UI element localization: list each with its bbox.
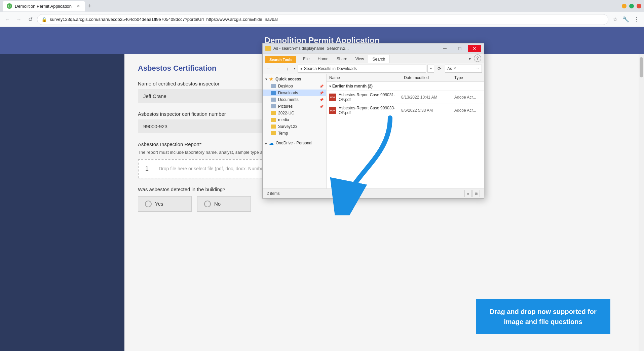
sidebar-item-pictures[interactable]: Pictures 📌 (263, 103, 326, 110)
tab-close-icon[interactable]: ✕ (76, 3, 81, 9)
file-name-1: Asbestos-Report Case 999031-OP.pdf (339, 93, 399, 102)
explorer-close-btn[interactable]: ✕ (468, 45, 481, 52)
sidebar-item-survey123[interactable]: Survey123 (263, 123, 326, 130)
no-label: No (214, 201, 221, 207)
clear-search-icon[interactable]: ✕ (453, 66, 456, 71)
tab-bar: D Demolition Permit Application ✕ + (3, 0, 94, 12)
tab-share[interactable]: Share (333, 55, 351, 63)
window-minimize-btn[interactable] (622, 4, 627, 8)
media-label: media (278, 117, 289, 122)
explorer-title-text: As - search-ms:displayname=Search%2... (273, 46, 437, 51)
tab-file[interactable]: File (299, 55, 313, 63)
bookmark-icon[interactable]: ☆ (610, 15, 620, 24)
refresh-path-btn[interactable]: ⟳ (435, 65, 444, 73)
tab-title: Demolition Permit Application (15, 4, 72, 9)
documents-pin-icon: 📌 (319, 98, 324, 102)
extensions-icon[interactable]: 🔧 (621, 15, 631, 24)
file-row-1[interactable]: PDF Asbestos-Report Case 999031-OP.pdf 8… (327, 91, 484, 104)
media-folder-icon (271, 118, 276, 122)
documents-folder-icon (271, 98, 276, 102)
quick-access-star-icon: ★ (269, 76, 273, 82)
path-dropdown-btn[interactable]: ▾ (427, 65, 434, 73)
col-date-header[interactable]: Date modified (404, 75, 454, 80)
no-option[interactable]: No (197, 196, 251, 212)
callout-box: Drag and drop now supported for image an… (476, 299, 610, 334)
explorer-body: ▾ ★ Quick access Desktop 📌 Downloads 📌 (263, 74, 484, 188)
back-button[interactable]: ← (3, 15, 12, 24)
file-date-2: 8/6/2022 5:33 AM (401, 108, 452, 113)
yes-option[interactable]: Yes (138, 196, 192, 212)
sidebar-item-documents[interactable]: Documents 📌 (263, 96, 326, 103)
survey123-folder-icon (271, 125, 276, 129)
lock-icon: 🔒 (41, 17, 47, 22)
menu-icon[interactable]: ⋮ (632, 15, 641, 24)
temp-label: Temp (278, 131, 288, 136)
downloads-folder-icon (271, 91, 276, 95)
documents-label: Documents (278, 97, 299, 102)
pictures-pin-icon: 📌 (319, 105, 324, 108)
pdf-icon-2: PDF (329, 107, 336, 114)
window-close-btn[interactable] (637, 4, 641, 8)
scrollbar-thumb[interactable] (640, 57, 643, 77)
help-icon[interactable]: ? (474, 55, 481, 62)
window-maximize-btn[interactable] (629, 4, 634, 8)
yes-radio-circle (145, 201, 152, 207)
explorer-up-btn[interactable]: ↑ (283, 65, 292, 73)
onedrive-icon: ☁ (269, 140, 274, 146)
explorer-search-box[interactable]: As ✕ → (445, 65, 482, 73)
explorer-file-list: Name Date modified Type ▾ Earlier this m… (327, 74, 484, 188)
file-date-1: 8/13/2022 10:41 AM (401, 95, 452, 100)
2022uc-label: 2022-UC (278, 111, 294, 115)
quick-access-section: ▾ ★ Quick access Desktop 📌 Downloads 📌 (263, 75, 326, 137)
list-view-btn[interactable]: ≡ (464, 190, 472, 197)
quick-access-chevron: ▾ (265, 77, 267, 81)
ribbon-collapse-icon[interactable]: ▾ (467, 55, 472, 63)
2022uc-folder-icon (271, 111, 276, 115)
temp-folder-icon (271, 131, 276, 135)
col-name-header[interactable]: Name (329, 75, 404, 80)
address-bar[interactable]: 🔒 survey123qa.arcgis.com/share/ecdb25464… (37, 14, 608, 25)
no-radio-circle (204, 201, 211, 207)
file-list-header: Name Date modified Type (327, 74, 484, 82)
explorer-minimize-btn[interactable]: ─ (438, 45, 452, 52)
path-text: Search Results in Downloads (304, 66, 357, 71)
explorer-maximize-btn[interactable]: □ (453, 45, 466, 52)
recent-locations-btn[interactable]: ▸ (293, 65, 296, 73)
group-header: ▾ Earlier this month (2) (327, 82, 484, 91)
browser-title-bar: D Demolition Permit Application ✕ + (0, 0, 644, 12)
forward-button[interactable]: → (14, 15, 24, 24)
scrollbar[interactable] (639, 54, 644, 351)
sidebar-item-downloads[interactable]: Downloads 📌 (263, 90, 326, 96)
col-type-header[interactable]: Type (454, 75, 481, 80)
onedrive-header[interactable]: ▸ ☁ OneDrive - Personal (263, 139, 326, 147)
tab-view[interactable]: View (351, 55, 368, 63)
tab-favicon: D (7, 3, 12, 9)
new-tab-button[interactable]: + (85, 1, 94, 11)
address-path[interactable]: ▸ Search Results in Downloads (298, 65, 426, 73)
explorer-forward-btn[interactable]: → (274, 65, 282, 73)
refresh-button[interactable]: ↺ (26, 15, 35, 24)
tab-search[interactable]: Search (368, 55, 389, 63)
quick-access-header[interactable]: ▾ ★ Quick access (263, 75, 326, 83)
sidebar-item-2022uc[interactable]: 2022-UC (263, 110, 326, 116)
browser-nav-bar: ← → ↺ 🔒 survey123qa.arcgis.com/share/ecd… (0, 12, 644, 27)
active-tab[interactable]: D Demolition Permit Application ✕ (3, 1, 85, 11)
file-row-2[interactable]: PDF Asbestos-Report Case 999033-OP.pdf 8… (327, 104, 484, 117)
drop-zone-number: 1 (145, 165, 153, 172)
group-chevron: ▾ (329, 84, 331, 88)
sidebar-item-media[interactable]: media (263, 116, 326, 123)
search-icon: → (476, 66, 480, 71)
tab-home[interactable]: Home (314, 55, 333, 63)
address-url: survey123qa.arcgis.com/share/ecdb25464cb… (50, 17, 604, 22)
view-buttons: ≡ ⊞ (464, 190, 480, 197)
explorer-status-bar: 2 items ≡ ⊞ (263, 188, 484, 198)
sidebar-item-temp[interactable]: Temp (263, 130, 326, 137)
pictures-label: Pictures (278, 104, 293, 109)
grid-view-btn[interactable]: ⊞ (472, 190, 480, 197)
onedrive-label: OneDrive - Personal (276, 141, 312, 145)
onedrive-chevron: ▸ (265, 141, 267, 145)
explorer-sidebar: ▾ ★ Quick access Desktop 📌 Downloads 📌 (263, 74, 327, 188)
desktop-label: Desktop (278, 84, 293, 89)
sidebar-item-desktop[interactable]: Desktop 📌 (263, 83, 326, 90)
explorer-back-btn[interactable]: ← (265, 65, 273, 73)
